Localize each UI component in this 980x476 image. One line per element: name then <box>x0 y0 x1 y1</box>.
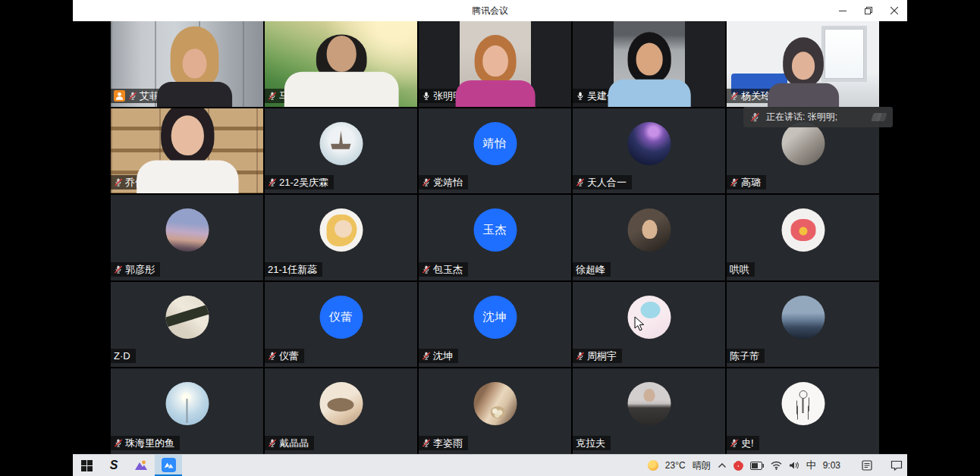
participant-name: 徐超峰 <box>576 264 605 275</box>
participant-tile[interactable]: 陈子芾 <box>727 282 879 368</box>
participant-avatar <box>319 122 363 165</box>
participant-tile[interactable]: 靖怡 党靖怡 <box>419 108 571 194</box>
participant-name-label: 仪蕾 <box>265 349 304 363</box>
meeting-content-area: 艾菲 马院-刘韵秋 <box>73 21 907 454</box>
participant-tile[interactable]: 哄哄 <box>727 195 879 280</box>
participant-tile[interactable]: 戴晶晶 <box>265 368 417 454</box>
s-app-icon: S <box>110 459 118 472</box>
avatar-initials: 仪蕾 <box>329 310 353 324</box>
window-title: 腾讯会议 <box>73 5 907 17</box>
action-center-icon[interactable] <box>890 460 903 471</box>
wifi-icon[interactable] <box>771 461 782 470</box>
participant-tile[interactable]: 史! <box>727 368 879 454</box>
avatar-initials: 沈坤 <box>483 310 507 324</box>
close-button[interactable] <box>881 0 907 21</box>
participant-avatar <box>627 122 671 165</box>
participant-avatar: 沈坤 <box>473 296 517 339</box>
participant-name-label: 高璐 <box>727 175 766 189</box>
tray-chevron-up-icon[interactable] <box>718 462 727 468</box>
mic-muted-icon <box>422 351 431 361</box>
participant-tile[interactable]: 马院-刘韵秋 <box>265 21 417 107</box>
participant-tile[interactable]: 克拉夫 <box>573 368 725 454</box>
taskbar-app-tencent-meeting[interactable] <box>155 455 182 476</box>
participant-tile[interactable]: 天人合一 <box>573 108 725 194</box>
participant-tile[interactable]: 吴建伟 <box>573 21 725 107</box>
mic-muted-icon <box>422 265 431 274</box>
participant-name: 天人合一 <box>587 177 627 188</box>
avatar-initials: 靖怡 <box>483 136 507 151</box>
participant-name-label: 郭彦彤 <box>111 262 160 277</box>
participant-tile[interactable]: 徐超峰 <box>573 195 725 280</box>
battery-icon[interactable] <box>750 462 764 470</box>
participant-tile[interactable]: 珠海里的鱼 <box>111 368 263 454</box>
participant-video <box>111 21 263 107</box>
tray-flower-app-icon[interactable] <box>733 461 743 471</box>
taskbar-app-mountain[interactable] <box>127 455 155 476</box>
participant-name: 陈子芾 <box>730 350 759 362</box>
tencent-meeting-window: 腾讯会议 <box>73 0 907 454</box>
participant-avatar <box>627 382 671 425</box>
participant-name-label: 21-1任新蕊 <box>265 262 322 277</box>
participant-tile[interactable]: 沈坤 沈坤 <box>419 282 571 368</box>
mic-muted-icon <box>268 177 277 187</box>
participant-name-label: 陈子芾 <box>727 349 765 363</box>
mic-muted-icon <box>114 438 123 448</box>
participant-avatar <box>165 296 209 339</box>
mic-muted-icon <box>750 112 760 122</box>
mic-muted-icon <box>576 177 585 187</box>
mic-muted-icon <box>422 177 431 187</box>
participant-name-label: 李姿雨 <box>419 436 468 450</box>
participant-name: 沈坤 <box>433 350 453 362</box>
start-button[interactable] <box>73 455 100 476</box>
participant-tile[interactable]: 周桐宇 <box>573 282 725 368</box>
participant-name-label: Z·D <box>111 349 136 363</box>
video-grid: 艾菲 马院-刘韵秋 <box>111 21 879 454</box>
participant-name: 包玉杰 <box>433 264 463 275</box>
participant-avatar: 玉杰 <box>473 208 517 252</box>
minimize-button[interactable] <box>830 0 856 21</box>
participant-name: 高璐 <box>741 177 761 188</box>
participant-avatar <box>627 208 671 252</box>
participant-silhouette <box>727 21 879 107</box>
clock[interactable]: 9:03 <box>823 460 840 471</box>
ime-indicator[interactable]: 中 <box>806 459 816 472</box>
weather-condition[interactable]: 晴朗 <box>693 459 711 472</box>
participant-tile[interactable]: 玉杰 包玉杰 <box>419 195 571 280</box>
participant-tile[interactable]: 李姿雨 <box>419 368 571 454</box>
mountain-app-icon <box>134 459 148 471</box>
participant-tile[interactable]: Z·D <box>111 282 263 368</box>
participant-tile[interactable]: 仪蕾 仪蕾 <box>265 282 417 368</box>
participant-avatar: 靖怡 <box>473 122 517 165</box>
taskbar-app-s[interactable]: S <box>100 455 127 476</box>
notes-tray-icon[interactable] <box>862 460 872 471</box>
participant-name-label: 徐超峰 <box>573 262 611 277</box>
speaking-toast: 正在讲话: 张明明; <box>743 107 893 127</box>
participant-avatar <box>781 208 825 252</box>
avatar-initials: 玉杰 <box>483 223 507 237</box>
participant-tile[interactable]: 21-2吴庆霖 <box>265 108 417 194</box>
participant-name: 仪蕾 <box>279 350 299 362</box>
participant-tile[interactable]: 21-1任新蕊 <box>265 195 417 280</box>
speaking-toast-text: 正在讲话: 张明明; <box>766 111 837 124</box>
mic-muted-icon <box>268 351 277 361</box>
volume-icon[interactable] <box>789 461 799 470</box>
weather-temperature[interactable]: 23°C <box>665 460 686 471</box>
participant-tile[interactable]: 乔倩—马院 <box>111 108 263 194</box>
participant-tile[interactable]: 艾菲 <box>111 21 263 107</box>
window-titlebar[interactable]: 腾讯会议 <box>73 0 907 21</box>
participant-name-label: 史! <box>727 436 759 450</box>
participant-avatar <box>781 296 825 339</box>
maximize-icon <box>865 7 872 14</box>
participant-video <box>111 108 263 194</box>
participant-name-label: 天人合一 <box>573 175 632 189</box>
participant-avatar <box>781 382 825 425</box>
taskbar: S 23°C 晴朗 <box>73 454 907 476</box>
participant-tile[interactable]: 杨关玲子-马院 <box>727 21 879 107</box>
participant-name-label: 珠海里的鱼 <box>111 436 180 450</box>
participant-name-label: 21-2吴庆霖 <box>265 175 334 189</box>
maximize-button[interactable] <box>856 0 881 21</box>
participant-tile[interactable]: 张明明 <box>419 21 571 107</box>
participant-avatar <box>781 122 825 165</box>
weather-sun-icon[interactable] <box>648 460 658 471</box>
participant-tile[interactable]: 郭彦彤 <box>111 195 263 280</box>
